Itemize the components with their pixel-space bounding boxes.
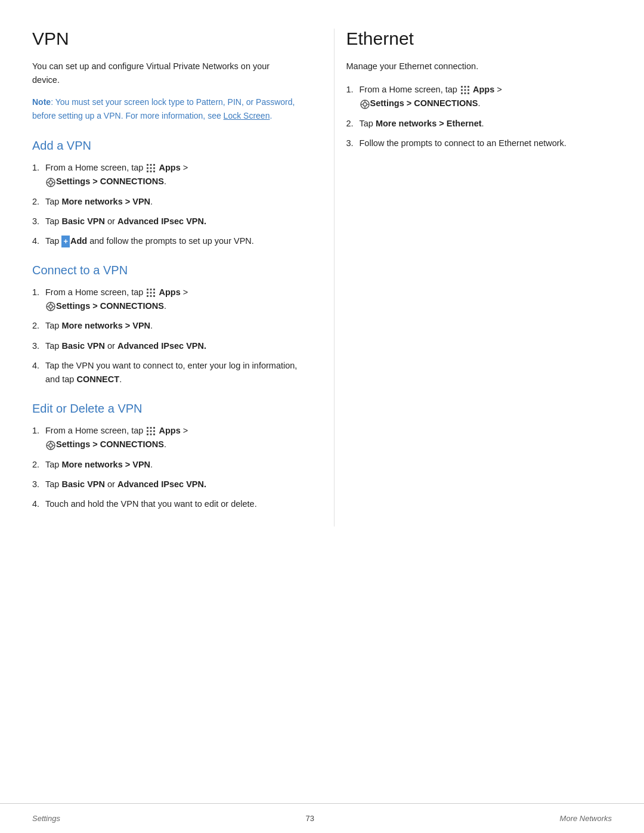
connect-vpn-steps: 1. From a Home screen, tap [32,286,298,386]
svg-rect-8 [153,171,155,172]
connect-vpn-title: Connect to a VPN [32,264,298,277]
ethernet-steps: 1. From a Home screen, tap [346,83,612,150]
edit-vpn-title: Edit or Delete a VPN [32,402,298,416]
list-item: 3. Follow the prompts to connect to an E… [346,137,612,150]
svg-rect-48 [461,89,463,91]
vpn-title: VPN [32,29,298,49]
svg-rect-7 [150,171,152,172]
page-footer: Settings 73 More Networks [0,803,644,833]
list-item: 4. Tap +Add and follow the prompts to se… [32,234,298,248]
list-item: 2. Tap More networks > VPN. [32,319,298,333]
ethernet-title: Ethernet [346,29,612,49]
list-item: 4. Tap the VPN you want to connect to, e… [32,359,298,386]
svg-rect-6 [147,171,148,172]
svg-rect-18 [147,292,148,294]
list-item: 1. From a Home screen, tap [32,286,298,313]
settings-icon [46,302,55,311]
lock-screen-link[interactable]: Lock Screen [224,111,270,120]
list-item: 4. Touch and hold the VPN that you want … [32,497,298,511]
list-item: 1. From a Home screen, tap [32,424,298,451]
svg-rect-16 [150,289,152,290]
svg-rect-15 [147,289,148,290]
settings-icon [46,178,55,187]
svg-rect-5 [153,168,155,169]
add-vpn-title: Add a VPN [32,139,298,153]
add-vpn-steps: 1. From a Home screen, tap [32,161,298,248]
apps-icon [460,85,470,95]
svg-rect-21 [147,295,148,297]
svg-rect-0 [147,164,148,166]
settings-icon [360,100,370,109]
svg-rect-47 [467,86,469,88]
svg-rect-4 [150,168,152,169]
svg-rect-30 [147,427,148,429]
list-item: 3. Tap Basic VPN or Advanced IPsec VPN. [32,215,298,228]
page-content: VPN You can set up and configure Virtual… [0,0,644,562]
vpn-note: Note: You must set your screen lock type… [32,95,298,122]
svg-rect-45 [461,86,463,88]
vpn-intro: You can set up and configure Virtual Pri… [32,60,298,87]
apps-icon [146,163,156,173]
svg-rect-51 [461,92,463,94]
svg-rect-34 [150,431,152,432]
footer-left-label: Settings [32,814,60,823]
list-item: 2. Tap More networks > Ethernet. [346,117,612,131]
footer-page-number: 73 [306,814,314,823]
svg-rect-1 [150,164,152,166]
list-item: 1. From a Home screen, tap [346,83,612,110]
svg-rect-50 [467,89,469,91]
svg-point-10 [49,181,52,184]
vpn-column: VPN You can set up and configure Virtual… [32,29,310,527]
svg-rect-32 [153,427,155,429]
svg-rect-53 [467,92,469,94]
svg-rect-52 [464,92,466,94]
svg-rect-19 [150,292,152,294]
svg-rect-36 [147,433,148,435]
apps-icon [146,288,156,298]
list-item: 1. From a Home screen, tap [32,161,298,188]
svg-rect-37 [150,433,152,435]
svg-rect-33 [147,431,148,432]
list-item: 3. Tap Basic VPN or Advanced IPsec VPN. [32,339,298,353]
svg-rect-20 [153,292,155,294]
list-item: 3. Tap Basic VPN or Advanced IPsec VPN. [32,478,298,491]
svg-rect-2 [153,164,155,166]
svg-rect-17 [153,289,155,290]
settings-icon [46,441,55,450]
footer-right-label: More Networks [560,814,612,823]
svg-rect-31 [150,427,152,429]
edit-vpn-steps: 1. From a Home screen, tap [32,424,298,511]
ethernet-column: Ethernet Manage your Ethernet connection… [334,29,612,527]
svg-rect-38 [153,433,155,435]
svg-point-25 [49,305,52,308]
note-label: Note [32,97,51,107]
svg-rect-49 [464,89,466,91]
svg-point-55 [363,103,367,106]
list-item: 2. Tap More networks > VPN. [32,195,298,209]
ethernet-intro: Manage your Ethernet connection. [346,60,612,73]
list-item: 2. Tap More networks > VPN. [32,458,298,472]
svg-rect-46 [464,86,466,88]
svg-rect-23 [153,295,155,297]
svg-rect-35 [153,431,155,432]
apps-icon [146,426,156,436]
add-icon: + [61,236,70,248]
svg-point-40 [49,444,52,447]
svg-rect-3 [147,168,148,169]
svg-rect-22 [150,295,152,297]
